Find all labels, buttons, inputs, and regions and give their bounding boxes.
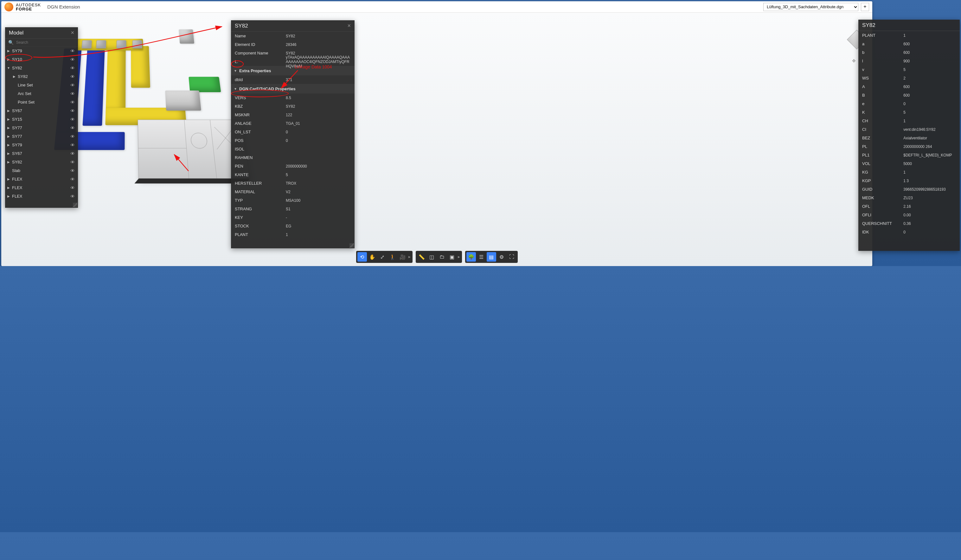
visibility-eye-icon[interactable]: 👁 [70, 134, 75, 139]
tree-item[interactable]: ▶SY79👁 [5, 47, 78, 55]
visibility-eye-icon[interactable]: 👁 [70, 48, 75, 53]
right-panel-body[interactable]: PLANT1a600b600l900v5WS2A600B600e0K5CH1CI… [858, 31, 960, 251]
properties-panel[interactable]: SY82 × NameSY82Element ID28346Component … [231, 20, 355, 248]
props-body[interactable]: NameSY82Element ID28346Component NameSY8… [231, 32, 355, 248]
tree-item[interactable]: ▶FLEX👁 [5, 192, 78, 201]
settings-button[interactable]: ⚙ [497, 252, 506, 262]
visibility-eye-icon[interactable]: 👁 [70, 66, 75, 71]
caret-icon[interactable]: ▶ [7, 49, 10, 53]
property-key: v [862, 67, 903, 72]
property-section-header[interactable]: ▼DGN CarF/TriCAD Properties [231, 84, 355, 93]
caret-icon[interactable]: ▶ [7, 135, 10, 138]
explode-button[interactable]: 🗀 [437, 252, 447, 262]
measure-button[interactable]: 📏 [417, 252, 426, 262]
visibility-eye-icon[interactable]: 👁 [70, 125, 75, 130]
caret-icon[interactable]: ▶ [7, 177, 10, 181]
section-button[interactable]: ◫ [427, 252, 437, 262]
pan-button[interactable]: ✋ [368, 252, 377, 262]
close-icon[interactable]: × [347, 22, 351, 29]
tree-item[interactable]: ▶SY77👁 [5, 132, 78, 141]
chevron-right-icon[interactable]: ▶ [408, 252, 411, 262]
tree-item[interactable]: ▼SY82👁 [5, 64, 78, 72]
structure-button[interactable]: 🌳 [466, 252, 476, 262]
property-key: PL1 [862, 152, 903, 157]
visibility-eye-icon[interactable]: 👁 [70, 108, 75, 113]
file-select-dropdown[interactable]: Lüftung_3D_mit_Sachdaten_Attribute.dgn [763, 3, 858, 11]
property-row: VOL5000 [858, 159, 960, 168]
property-key: e [862, 101, 903, 106]
properties-panel-secondary[interactable]: SY82 PLANT1a600b600l900v5WS2A600B600e0K5… [858, 20, 960, 251]
tree-item[interactable]: ▶SY67👁 [5, 106, 78, 115]
property-value: 39665209992886518193 [903, 187, 956, 192]
property-value: S1 [286, 207, 351, 211]
first-person-button[interactable]: 🚶 [388, 252, 397, 262]
tree-item[interactable]: ▶SY82👁 [5, 158, 78, 166]
fullscreen-button[interactable]: ⛶ [507, 252, 516, 262]
model-browser-panel[interactable]: Model × 🔍 ▶SY79👁▶SY10👁▼SY82👁▶SY82👁Line S… [5, 27, 78, 208]
resize-handle-icon[interactable] [73, 203, 77, 207]
property-key: a [862, 42, 903, 46]
property-key: ISOL [235, 147, 286, 151]
layers-button[interactable]: ☰ [477, 252, 486, 262]
caret-icon[interactable]: ▶ [7, 126, 10, 130]
tree-item[interactable]: Line Set👁 [5, 81, 78, 89]
properties-button[interactable]: ▤ [487, 252, 496, 262]
tree-item[interactable]: ▶SY82👁 [5, 72, 78, 81]
chevron-right-icon[interactable]: ▶ [458, 252, 461, 262]
caret-icon[interactable]: ▶ [13, 75, 16, 78]
visibility-eye-icon[interactable]: 👁 [70, 168, 75, 173]
caret-icon[interactable]: ▶ [7, 58, 10, 61]
visibility-eye-icon[interactable]: 👁 [70, 160, 75, 165]
model-panel-titlebar[interactable]: Model × [5, 27, 78, 39]
zoom-button[interactable]: ⤢ [378, 252, 387, 262]
tree-item[interactable]: ▶SY67👁 [5, 149, 78, 158]
visibility-eye-icon[interactable]: 👁 [70, 151, 75, 156]
tree-item[interactable]: ▶FLEX👁 [5, 183, 78, 192]
modelbox-button[interactable]: ▣ [447, 252, 457, 262]
tree-item[interactable]: Arc Set👁 [5, 89, 78, 98]
caret-icon[interactable]: ▶ [7, 143, 10, 147]
tree-item[interactable]: Point Set👁 [5, 98, 78, 106]
tree-item[interactable]: ▶SY10👁 [5, 55, 78, 64]
props-panel-titlebar[interactable]: SY82 × [231, 20, 355, 32]
add-file-button[interactable]: + [861, 3, 869, 11]
visibility-eye-icon[interactable]: 👁 [70, 74, 75, 79]
viewer-canvas[interactable]: ⌂ ✥ Model × 🔍 ▶SY79👁▶SY10👁▼SY82👁▶SY82👁Li… [1, 13, 872, 266]
caret-icon[interactable]: ▶ [7, 109, 10, 112]
tree-item[interactable]: ▶SY15👁 [5, 115, 78, 124]
tree-item[interactable]: Slab👁 [5, 166, 78, 175]
resize-handle-icon[interactable] [349, 243, 354, 248]
property-key: ANLAGE [235, 121, 286, 126]
tree-item[interactable]: ▶SY77👁 [5, 124, 78, 132]
property-key: POS [235, 138, 286, 143]
section-label: Extra Properties [239, 68, 271, 73]
property-key: KEY [235, 215, 286, 220]
visibility-eye-icon[interactable]: 👁 [70, 117, 75, 122]
visibility-eye-icon[interactable]: 👁 [70, 57, 75, 62]
caret-icon[interactable]: ▶ [7, 117, 10, 121]
property-key: RAHMEN [235, 155, 286, 160]
wasd-nav-icon[interactable]: ✥ [852, 58, 856, 63]
right-panel-titlebar[interactable]: SY82 [858, 20, 960, 31]
caret-icon[interactable]: ▶ [7, 194, 10, 198]
visibility-eye-icon[interactable]: 👁 [70, 185, 75, 190]
visibility-eye-icon[interactable]: 👁 [70, 83, 75, 88]
model-tree[interactable]: ▶SY79👁▶SY10👁▼SY82👁▶SY82👁Line Set👁Arc Set… [5, 47, 78, 208]
tree-item[interactable]: ▶FLEX👁 [5, 175, 78, 183]
caret-icon[interactable]: ▶ [7, 152, 10, 155]
visibility-eye-icon[interactable]: 👁 [70, 177, 75, 182]
visibility-eye-icon[interactable]: 👁 [70, 194, 75, 199]
close-icon[interactable]: × [71, 29, 74, 36]
visibility-eye-icon[interactable]: 👁 [70, 100, 75, 105]
caret-icon[interactable]: ▼ [7, 66, 10, 70]
visibility-eye-icon[interactable]: 👁 [70, 91, 75, 96]
camera-button[interactable]: 🎥 [398, 252, 407, 262]
property-key: IDK [862, 229, 903, 234]
caret-icon[interactable]: ▶ [7, 160, 10, 164]
model-search-input[interactable] [16, 40, 75, 45]
visibility-eye-icon[interactable]: 👁 [70, 143, 75, 148]
orbit-button[interactable]: ⟲ [357, 252, 367, 262]
caret-icon[interactable]: ▶ [7, 186, 10, 189]
tree-item[interactable]: ▶SY79👁 [5, 141, 78, 149]
property-value: 5 [903, 110, 956, 115]
